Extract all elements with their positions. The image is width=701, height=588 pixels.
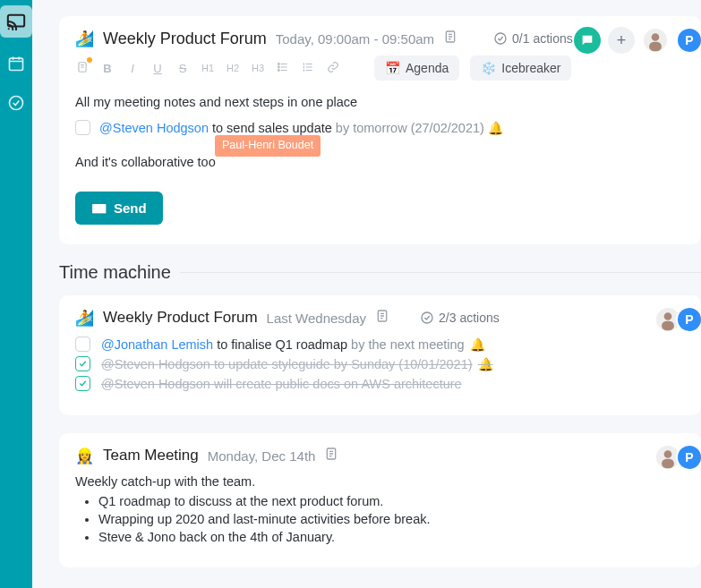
task-row: @Steven Hodgson to update styleguide by … xyxy=(75,356,685,371)
past1-title[interactable]: Weekly Product Forum xyxy=(103,309,258,327)
task-mention[interactable]: @Steven Hodgson xyxy=(101,377,210,391)
svg-point-5 xyxy=(495,33,506,44)
svg-point-7 xyxy=(278,63,279,64)
task-due: by the next meeting xyxy=(351,337,465,352)
avatar-user2[interactable]: P xyxy=(676,27,701,54)
task-checkbox[interactable] xyxy=(75,376,90,391)
past2-bullets: Q1 roadmap to discuss at the next produc… xyxy=(75,494,685,544)
time-machine-heading: Time machine xyxy=(59,262,701,283)
task-due: by tomorrow (27/02/2021) xyxy=(336,121,488,135)
bell-icon[interactable]: 🔔 xyxy=(478,357,493,371)
h1-button[interactable]: H1 xyxy=(201,63,215,73)
notes-icon[interactable] xyxy=(75,60,90,77)
svg-point-9 xyxy=(278,69,279,71)
h2-button[interactable]: H2 xyxy=(226,63,240,73)
task-due: by Sunday (10/01/2021) xyxy=(334,357,473,371)
send-button[interactable]: ✉️ Send xyxy=(75,192,163,225)
icebreaker-icon: ❄️ xyxy=(481,61,496,75)
task-row: @Jonathan Lemish to finalise Q1 roadmap … xyxy=(75,337,685,352)
current-meeting-card: 🏄 Weekly Product Forum Today, 09:00am - … xyxy=(59,16,701,244)
meeting-top-right: + P xyxy=(574,27,701,54)
task-text: to send sales update xyxy=(209,121,336,135)
agenda-button[interactable]: 📅 Agenda xyxy=(374,55,459,81)
strike-button[interactable]: S xyxy=(175,62,190,75)
cast-button[interactable] xyxy=(0,5,32,38)
past1-date: Last Wednesday xyxy=(267,311,366,326)
past2-header: 👷‍♀️ Team Meeting Monday, Dec 14th xyxy=(75,446,685,465)
meeting-emoji: 🏄 xyxy=(75,309,94,328)
bulleted-list-button[interactable] xyxy=(276,61,290,76)
bold-button[interactable]: B xyxy=(100,62,115,75)
link-button[interactable] xyxy=(326,61,340,76)
meeting-title[interactable]: Weekly Product Forum xyxy=(103,30,267,48)
list-item: Steve & Jono back on the 4th of January. xyxy=(98,530,685,544)
svg-rect-2 xyxy=(10,58,23,70)
svg-point-1 xyxy=(8,28,10,30)
meeting-emoji: 🏄 xyxy=(75,30,94,48)
svg-point-8 xyxy=(278,66,279,68)
past2-date: Monday, Dec 14th xyxy=(208,448,316,464)
past1-avatars: P xyxy=(660,306,701,333)
notes-intro: All my meeting notes and next steps in o… xyxy=(75,91,685,114)
task-mention[interactable]: @Jonathan Lemish xyxy=(101,337,213,352)
calendar-icon: 📅 xyxy=(385,61,400,75)
underline-button[interactable]: U xyxy=(150,62,165,75)
past-meeting-card-2: 👷‍♀️ Team Meeting Monday, Dec 14th P Wee… xyxy=(59,433,701,567)
task-row: @Steven Hodgson to send sales update by … xyxy=(75,117,685,140)
list-item: Wrapping up 2020 and last-minute activit… xyxy=(98,512,685,526)
task-mention[interactable]: @Steven Hodgson xyxy=(99,121,209,135)
note-icon[interactable] xyxy=(443,29,457,48)
task-checkbox[interactable] xyxy=(75,120,90,135)
meeting-emoji: 👷‍♀️ xyxy=(75,447,94,465)
chat-button[interactable] xyxy=(574,27,601,54)
presence-tag: Paul-Henri Boudet xyxy=(215,135,321,156)
collab-text: And it's collaborative too xyxy=(75,155,216,169)
task-checkbox[interactable] xyxy=(75,337,90,352)
past-meeting-card-1: 🏄 Weekly Product Forum Last Wednesday 2/… xyxy=(59,295,701,415)
avatar-user1[interactable] xyxy=(642,27,669,54)
h3-button[interactable]: H3 xyxy=(251,63,265,73)
task-row: @Steven Hodgson will create public docs … xyxy=(75,376,685,391)
add-button[interactable]: + xyxy=(608,27,635,54)
actions-count[interactable]: 0/1 actions xyxy=(493,31,573,46)
avatar-user2[interactable]: P xyxy=(676,444,701,471)
past1-task-list: @Jonathan Lemish to finalise Q1 roadmap … xyxy=(75,337,685,391)
bell-icon[interactable]: 🔔 xyxy=(470,337,485,352)
sidebar xyxy=(0,0,32,588)
numbered-list-button[interactable] xyxy=(301,61,315,76)
past2-desc: Weekly catch-up with the team. xyxy=(75,474,685,489)
task-mention[interactable]: @Steven Hodgson xyxy=(101,357,210,371)
icebreaker-button[interactable]: ❄️ Icebreaker xyxy=(470,55,571,81)
notes-body[interactable]: All my meeting notes and next steps in o… xyxy=(75,91,685,174)
past2-title[interactable]: Team Meeting xyxy=(103,447,199,464)
main-content: 🏄 Weekly Product Forum Today, 09:00am - … xyxy=(32,0,701,588)
meeting-time: Today, 09:00am - 09:50am xyxy=(276,31,434,47)
formatting-toolbar: B I U S H1 H2 H3 📅 Agenda ❄️ Icebr xyxy=(75,55,685,81)
calendar-icon[interactable] xyxy=(3,50,30,77)
list-item: Q1 roadmap to discuss at the next produc… xyxy=(98,494,685,508)
check-circle-icon[interactable] xyxy=(3,89,30,116)
note-icon[interactable] xyxy=(324,446,338,465)
italic-button[interactable]: I xyxy=(125,62,140,75)
envelope-icon: ✉️ xyxy=(91,201,107,216)
avatar-user2[interactable]: P xyxy=(676,306,701,333)
past1-actions[interactable]: 2/3 actions xyxy=(420,311,500,325)
svg-point-11 xyxy=(422,312,432,323)
bell-icon[interactable]: 🔔 xyxy=(488,121,503,135)
task-checkbox[interactable] xyxy=(75,356,90,371)
past1-header: 🏄 Weekly Product Forum Last Wednesday 2/… xyxy=(75,308,685,328)
svg-point-3 xyxy=(10,97,23,110)
past2-avatars: P xyxy=(660,444,701,471)
collab-row: Paul-Henri Boudet And it's collaborative… xyxy=(75,151,685,174)
note-icon[interactable] xyxy=(375,308,389,328)
